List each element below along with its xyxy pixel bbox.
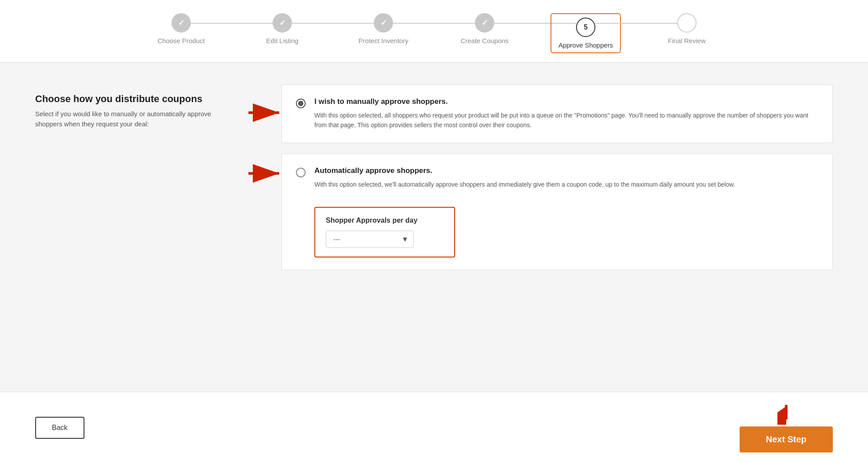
arrow-option1 bbox=[246, 102, 286, 125]
step-label-1: Choose Product bbox=[157, 37, 205, 44]
step-protect-inventory[interactable]: ✓ Protect Inventory bbox=[333, 13, 434, 44]
option2-card[interactable]: Automatically approve shoppers. With thi… bbox=[281, 154, 833, 270]
option2-description: With this option selected, we'll automat… bbox=[314, 180, 735, 189]
left-panel: Choose how you distribute coupons Select… bbox=[35, 85, 220, 129]
footer: Back Next Step bbox=[0, 392, 868, 463]
step-label-6: Final Review bbox=[668, 37, 706, 44]
option1-description: With this option selected, all shoppers … bbox=[314, 110, 818, 130]
approvals-label: Shopper Approvals per day bbox=[326, 217, 444, 224]
approvals-dropdown[interactable]: --- 1 5 10 25 50 100 Unlimited bbox=[326, 231, 414, 248]
step-label-3: Protect Inventory bbox=[358, 37, 408, 44]
back-button[interactable]: Back bbox=[35, 417, 84, 439]
arrow-option2 bbox=[246, 162, 286, 186]
next-step-button[interactable]: Next Step bbox=[740, 426, 833, 452]
stepper: ✓ Choose Product ✓ Edit Listing ✓ Protec… bbox=[0, 0, 868, 62]
option2-title: Automatically approve shoppers. bbox=[314, 166, 735, 175]
option1-card[interactable]: I wish to manually approve shoppers. Wit… bbox=[281, 85, 833, 143]
step-label-4: Create Coupons bbox=[460, 37, 508, 44]
step-label-2: Edit Listing bbox=[266, 37, 298, 44]
step-circle-4: ✓ bbox=[475, 13, 494, 33]
approvals-dropdown-wrapper[interactable]: --- 1 5 10 25 50 100 Unlimited ▼ bbox=[326, 231, 414, 248]
option2-content: Automatically approve shoppers. With thi… bbox=[314, 166, 735, 189]
step-approve-shoppers[interactable]: 5 Approve Shoppers bbox=[535, 13, 636, 53]
next-step-wrapper: Next Step bbox=[740, 403, 833, 452]
option1-content: I wish to manually approve shoppers. Wit… bbox=[314, 97, 818, 130]
option1-title: I wish to manually approve shoppers. bbox=[314, 97, 818, 106]
step-circle-2: ✓ bbox=[273, 13, 292, 33]
step-final-review[interactable]: Final Review bbox=[636, 13, 737, 44]
option2-radio[interactable] bbox=[296, 168, 306, 177]
section-description: Select if you would like to manually or … bbox=[35, 109, 220, 129]
next-step-arrow-icon bbox=[777, 403, 795, 426]
step-edit-listing[interactable]: ✓ Edit Listing bbox=[232, 13, 333, 44]
option1-radio[interactable] bbox=[296, 99, 306, 108]
step-label-5: Approve Shoppers bbox=[558, 41, 613, 49]
section-title: Choose how you distribute coupons bbox=[35, 93, 220, 105]
right-panel: I wish to manually approve shoppers. Wit… bbox=[246, 85, 833, 270]
step-circle-1: ✓ bbox=[171, 13, 191, 33]
approvals-box: Shopper Approvals per day --- 1 5 10 25 … bbox=[314, 207, 455, 257]
step-create-coupons[interactable]: ✓ Create Coupons bbox=[434, 13, 535, 44]
step-circle-6 bbox=[677, 13, 697, 33]
step-circle-3: ✓ bbox=[374, 13, 393, 33]
step-choose-product[interactable]: ✓ Choose Product bbox=[131, 13, 232, 44]
step-circle-5: 5 bbox=[576, 18, 595, 37]
